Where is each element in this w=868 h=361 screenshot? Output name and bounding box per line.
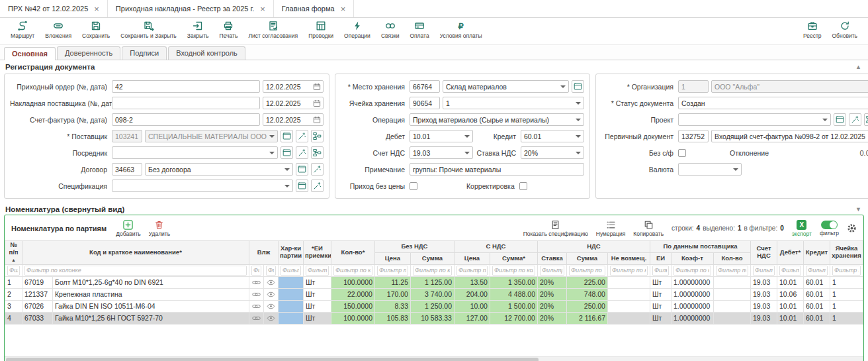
filter-input[interactable] (251, 266, 261, 276)
cell-sup_ei[interactable]: Шт (650, 300, 671, 312)
cell-num[interactable]: 4 (5, 312, 22, 324)
cell-debit[interactable]: 10.01 (777, 276, 804, 288)
tab-main[interactable]: Основная (4, 47, 56, 60)
cell-sup_ei[interactable]: Шт (650, 312, 671, 324)
hierarchy-button[interactable] (311, 146, 324, 159)
cell-vat_sum[interactable]: 225.00 (566, 276, 607, 288)
cell-num[interactable]: 2 (5, 288, 22, 300)
cell-sum_vat[interactable]: 1 350.00 (490, 276, 537, 288)
col-header-ei[interactable]: *ЕИ приемки (303, 241, 331, 265)
col-header-nonrefund[interactable]: Не возмещ. (607, 252, 650, 264)
window-tab-document[interactable]: ПРХ №42 от 12.02.2025 × (0, 0, 108, 17)
filter-input[interactable] (413, 266, 452, 276)
registration-section-header[interactable]: Регистрация документа ▲ (0, 60, 868, 72)
contract-select[interactable]: Без договора (145, 163, 293, 176)
filter-input[interactable] (333, 266, 372, 276)
wand-button[interactable] (296, 130, 308, 142)
filter-input[interactable] (806, 266, 828, 276)
order-date-input[interactable]: 12.02.2025 (263, 80, 324, 93)
filter-input[interactable] (7, 266, 20, 276)
supplier-invoice-number-input[interactable] (112, 97, 260, 109)
organization-select[interactable]: ООО "Альфа" (711, 80, 868, 93)
filter-input[interactable] (832, 266, 861, 276)
cell-num[interactable]: 3 (5, 300, 22, 312)
cell-num[interactable]: 1 (5, 276, 22, 288)
col-header-vat-sum[interactable]: Сумма (566, 252, 607, 264)
credit-select[interactable]: 60.01 (521, 130, 584, 142)
cell-vat_acc[interactable]: 19.03 (751, 300, 777, 312)
col-header-coef[interactable]: Коэф-т (671, 252, 713, 264)
window-tab-main-form[interactable]: Главная форма × (274, 0, 354, 17)
cell-price_vat[interactable]: 127.00 (454, 312, 490, 324)
table-row[interactable]: 467033Гайка М10*1,25 6Н ГОСТ 5927-70Шт10… (5, 312, 863, 324)
col-header-vat-account[interactable]: Счет НДС (751, 241, 777, 265)
tab-signatures[interactable]: Подписи (122, 46, 167, 60)
cell-debit[interactable]: 10.06 (777, 288, 804, 300)
filter-input[interactable] (652, 266, 669, 276)
filter-input[interactable] (610, 266, 648, 276)
open-card-button[interactable] (296, 163, 308, 176)
table-row[interactable]: 367026Гайка DIN EN ISO 10511-М6-04Шт150.… (5, 300, 863, 312)
cell-sup_qty[interactable] (713, 300, 750, 312)
cell-nonrefund[interactable] (607, 276, 650, 288)
cell-credit[interactable]: 60.01 (804, 312, 830, 324)
cell-price_novat[interactable]: 170.00 (374, 288, 410, 300)
col-header-num[interactable]: № п/п ▲ (5, 241, 22, 265)
col-header-sup-qty[interactable]: Кол-во (713, 252, 750, 264)
col-header-code-name[interactable]: Код и краткое наименование* (22, 241, 249, 265)
filter-input[interactable] (281, 266, 301, 276)
cell-sum_novat[interactable]: 3 740.00 (410, 288, 454, 300)
add-row-button[interactable]: Добавить (116, 220, 141, 237)
cell-price_novat[interactable]: 11.25 (374, 276, 410, 288)
col-header-price-vat[interactable]: Цена (454, 252, 490, 264)
cell-cell[interactable]: 1 (830, 300, 863, 312)
cell-vat_rate[interactable]: 20% (537, 276, 566, 288)
wand-button[interactable] (311, 180, 324, 192)
collapse-icon[interactable]: ▼ (855, 206, 861, 213)
storage-code-input[interactable] (410, 80, 440, 93)
open-card-button[interactable] (834, 113, 846, 126)
cell-price_novat[interactable]: 105.83 (374, 312, 410, 324)
cell-sup_qty[interactable] (713, 276, 750, 288)
cell-sup_coef[interactable]: 1.00000000 (671, 288, 713, 300)
cell-debit[interactable]: 10.01 (777, 300, 804, 312)
cell-sum_novat[interactable]: 1 250.00 (410, 300, 454, 312)
horizontal-scrollbar[interactable] (5, 356, 863, 361)
filter-input[interactable] (540, 266, 564, 276)
numbering-button[interactable]: Нумерация (596, 220, 626, 237)
export-excel-button[interactable]: X экспорт (792, 220, 812, 237)
cell-sup_ei[interactable]: Шт (650, 276, 671, 288)
storage-select[interactable]: Склад материалов (443, 80, 569, 93)
close-button[interactable]: Закрыть (182, 21, 214, 39)
cell-batch[interactable] (278, 300, 303, 312)
filter-input[interactable] (377, 266, 408, 276)
vat-account-select[interactable]: 19.03 (410, 146, 473, 159)
document-status-select[interactable]: Создан (678, 97, 868, 109)
cell-batch[interactable] (278, 312, 303, 324)
wand-button[interactable] (849, 113, 861, 126)
note-input[interactable] (410, 163, 584, 176)
col-header-attachments[interactable]: Влж (249, 241, 278, 265)
col-header-sum-vat[interactable]: Сумма* (490, 252, 537, 264)
contract-code-input[interactable] (112, 163, 142, 176)
debit-select[interactable]: 10.01 (410, 130, 473, 142)
filter-input[interactable] (779, 266, 801, 276)
cell-sum_vat[interactable]: 12 700.00 (490, 312, 537, 324)
attachments-button[interactable]: Вложения (40, 21, 77, 39)
cell-vat_acc[interactable]: 19.03 (751, 276, 777, 288)
col-header-sum-no-vat[interactable]: Сумма (410, 252, 454, 264)
close-icon[interactable]: × (94, 5, 99, 13)
cell-qty[interactable]: 100.0000 (331, 312, 374, 324)
cell-sum_novat[interactable]: 1 125.00 (410, 276, 454, 288)
open-card-button[interactable] (296, 180, 308, 192)
refresh-button[interactable]: Обновить (827, 21, 863, 39)
cell-ei[interactable]: Шт (303, 276, 331, 288)
cell-name[interactable]: Крепежная пластина (53, 288, 249, 300)
cell-price_vat[interactable]: 13.50 (454, 276, 490, 288)
col-header-qty[interactable]: Кол-во* (331, 241, 374, 265)
order-number-input[interactable] (112, 80, 260, 93)
col-header-price-no-vat[interactable]: Цена (374, 252, 410, 264)
supplier-select[interactable]: СПЕЦИАЛЬНЫЕ МАТЕРИАЛЫ ООО (145, 130, 278, 142)
cell-cell[interactable]: 1 (830, 276, 863, 288)
cell-qty[interactable]: 22.0000 (331, 288, 374, 300)
